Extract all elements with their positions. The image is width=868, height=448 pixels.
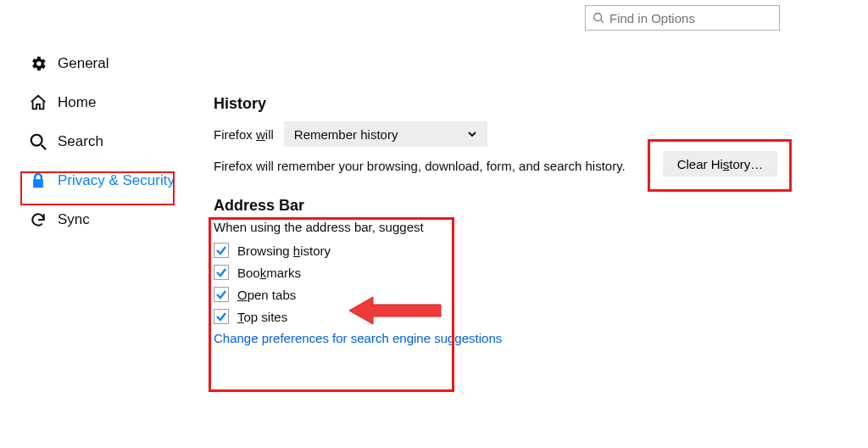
search-suggestions-link[interactable]: Change preferences for search engine sug…: [214, 331, 807, 345]
chevron-down-icon: [467, 129, 477, 139]
sidebar-label: Search: [58, 133, 103, 150]
checkbox-box[interactable]: [214, 287, 229, 302]
history-mode-row: Firefox will Remember history: [214, 121, 807, 147]
search-icon: [593, 12, 604, 24]
address-bar-heading: Address Bar: [214, 197, 807, 215]
checkbox-box[interactable]: [214, 243, 229, 258]
sidebar-item-general[interactable]: General: [29, 54, 190, 73]
check-icon: [215, 244, 227, 256]
sidebar-label: Privacy & Security: [58, 172, 175, 189]
checkbox-bookmarks[interactable]: Bookmarks: [214, 265, 807, 280]
sync-icon: [29, 210, 47, 229]
checkbox-browsing-history[interactable]: Browsing history: [214, 243, 807, 258]
address-bar-intro: When using the address bar, suggest: [214, 220, 807, 234]
clear-history-button[interactable]: Clear History…: [663, 151, 777, 176]
search-icon: [29, 132, 47, 151]
main-panel: History Firefox will Remember history Fi…: [214, 95, 807, 345]
sidebar: General Home Search Privacy & Security S…: [29, 54, 190, 229]
check-icon: [215, 311, 227, 322]
checkbox-box[interactable]: [214, 309, 229, 324]
checkbox-label: Bookmarks: [237, 266, 301, 280]
sidebar-item-privacy-security[interactable]: Privacy & Security: [29, 171, 190, 190]
search-box[interactable]: [585, 5, 780, 31]
sidebar-label: General: [58, 55, 108, 72]
checkbox-label: Browsing history: [237, 244, 331, 258]
checkbox-label: Top sites: [237, 310, 287, 324]
sidebar-label: Sync: [58, 211, 90, 228]
checkbox-open-tabs[interactable]: Open tabs: [214, 287, 807, 302]
check-icon: [215, 288, 227, 300]
svg-line-3: [42, 145, 46, 150]
history-mode-select[interactable]: Remember history: [284, 121, 487, 147]
home-icon: [29, 93, 47, 112]
sidebar-label: Home: [58, 94, 96, 111]
check-icon: [215, 266, 227, 278]
svg-point-0: [594, 14, 602, 21]
gear-icon: [29, 54, 47, 73]
svg-point-2: [31, 135, 42, 146]
select-value: Remember history: [294, 127, 398, 142]
sidebar-item-search[interactable]: Search: [29, 132, 190, 151]
history-will-label: Firefox will: [214, 127, 274, 142]
svg-line-1: [601, 20, 604, 24]
history-heading: History: [214, 95, 807, 113]
checkbox-box[interactable]: [214, 265, 229, 280]
search-input[interactable]: [609, 11, 772, 25]
checkbox-label: Open tabs: [237, 288, 296, 302]
address-bar-section: Address Bar When using the address bar, …: [214, 197, 807, 345]
checkbox-top-sites[interactable]: Top sites: [214, 309, 807, 324]
sidebar-item-home[interactable]: Home: [29, 93, 190, 112]
sidebar-item-sync[interactable]: Sync: [29, 210, 190, 229]
lock-icon: [29, 171, 47, 190]
